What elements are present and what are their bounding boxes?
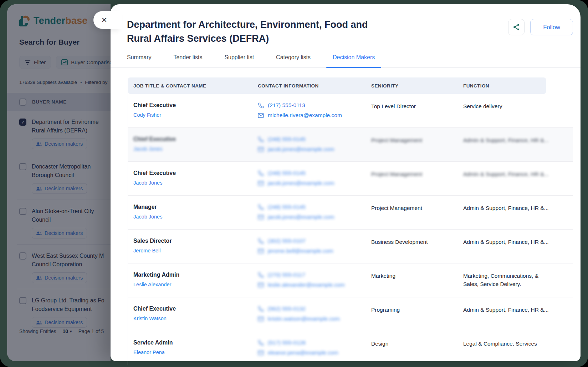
results-summary: 176339 Suppliers available • Filtered by (19, 80, 111, 85)
table-row: Service Admin Eleanor Pena (517) 555-012… (128, 331, 573, 365)
page-info: Page 1 of 5 (78, 328, 104, 334)
contact-name-link[interactable]: Jacob Jones (133, 214, 162, 220)
buyer-row-sussex[interactable]: West East Sussex County M Council Corpor… (17, 244, 111, 289)
buyer-title: Department for Architecture, Environment… (127, 18, 384, 46)
seniority-value: Project Management (371, 137, 422, 143)
close-drawer-button[interactable]: ✕ (93, 11, 122, 29)
tab-tender-lists[interactable]: Tender lists (173, 54, 202, 67)
function-value: Marketing, Communications, & Sales, Serv… (463, 272, 554, 288)
share-button[interactable] (508, 19, 525, 35)
buyer-checkbox[interactable] (19, 252, 26, 260)
function-value: Admin & Support, Finance, HR &... (463, 170, 554, 178)
contact-name-link[interactable]: Jerome Bell (133, 248, 161, 253)
seniority-value: Programing (371, 307, 400, 313)
email-icon (258, 181, 264, 186)
follow-button[interactable]: Follow (530, 19, 573, 35)
contact-name-link[interactable]: Jacob Jones (133, 146, 162, 152)
email-link: jerome.bell@example.com (268, 248, 333, 254)
tenderbase-logo-icon (19, 15, 31, 26)
job-title: Chief Executive (133, 306, 258, 312)
contact-name-link[interactable]: Cody Fisher (133, 112, 161, 118)
chart-icon (61, 59, 68, 65)
phone-link: (562) 555-0132 (268, 306, 306, 312)
email-icon (258, 350, 264, 356)
buyer-search-sidebar: Tenderbase Search for Buyer Filter (7, 4, 111, 361)
select-all-checkbox[interactable] (19, 99, 26, 106)
buyer-name: Alan Stoke-on-Trent City (32, 207, 94, 216)
contact-name-link[interactable]: Kristin Watson (133, 316, 167, 321)
people-icon (36, 276, 42, 280)
table-row-blurred: Chief Executive Jacob Jones (248) 555-01… (128, 127, 573, 161)
list-pagination: Showing Entities 10 ▾ Page 1 of 5 (19, 328, 104, 334)
buyer-checkbox[interactable] (19, 297, 26, 304)
seniority-value: Marketing (371, 273, 395, 279)
buyer-name: Rural Affairs (DEFRA) (32, 126, 99, 135)
function-value: Admin & Support, Finance, HR &... (463, 238, 554, 246)
decision-makers-badge[interactable]: Decision makers (32, 183, 87, 194)
decision-makers-badge[interactable]: Decision makers (32, 139, 87, 149)
buyer-name: Council Corporation (32, 260, 104, 269)
close-icon: ✕ (101, 16, 107, 24)
phone-icon (258, 102, 264, 109)
contact-name-link[interactable]: Eleanor Pena (133, 350, 165, 355)
function-value: Legal & Compliance, Services (463, 340, 554, 348)
column-header-job-title: JOB TITLE & CONTACT NAME (128, 83, 258, 89)
page-size-dropdown[interactable]: 10 ▾ (63, 328, 72, 334)
tab-category-lists[interactable]: Category lists (276, 54, 311, 67)
contact-name-link[interactable]: Leslie Alexander (133, 282, 171, 287)
table-row: Sales Director Jerome Bell (302) 555-010… (128, 229, 573, 263)
contact-name-link[interactable]: Jacob Jones (133, 180, 162, 186)
buyer-name-column-header: BUYER NAME (32, 99, 67, 105)
buyer-checkbox[interactable] (19, 208, 26, 215)
email-icon (258, 282, 264, 288)
job-title: Marketing Admin (133, 272, 258, 278)
people-icon (36, 231, 42, 236)
decision-makers-label: Decision makers (45, 141, 83, 147)
buyer-name: Foodservice Equipment (32, 305, 104, 313)
table-row: Chief Executive Jacob Jones (248) 555-01… (128, 161, 573, 195)
decision-makers-badge[interactable]: Decision makers (32, 228, 87, 238)
buyer-row-lg-group[interactable]: LG Group Ltd. Trading as Fo Foodservice … (17, 289, 111, 333)
showing-entities-label: Showing Entities (19, 328, 56, 334)
email-icon (258, 215, 264, 220)
email-link: jacob.jones@example.com (268, 180, 334, 186)
share-icon (512, 23, 520, 31)
filter-button-label: Filter (34, 59, 46, 65)
buyer-row-stoke[interactable]: Alan Stoke-on-Trent City Council Decisio… (17, 200, 111, 244)
email-link[interactable]: michelle.rivera@example.com (268, 112, 342, 119)
separator-dot: • (80, 80, 82, 85)
function-value: Admin & Support, Finance, HR &... (463, 204, 554, 212)
decision-makers-label: Decision makers (45, 230, 83, 236)
buyer-comparison-button[interactable]: Buyer Comparison (56, 56, 111, 69)
email-link: jacob.jones@example.com (268, 214, 334, 220)
email-icon (258, 316, 264, 322)
buyer-row-defra[interactable]: Department for Environme Rural Affairs (… (17, 111, 111, 155)
decision-makers-label: Decision makers (45, 186, 83, 191)
phone-link: (248) 555-0145 (268, 204, 306, 210)
tab-supplier-list[interactable]: Supplier list (224, 54, 254, 67)
column-header-contact: CONTACT INFORMATION (258, 83, 371, 89)
buyer-row-doncaster[interactable]: Doncaster Metropolitan Borough Council D… (17, 155, 111, 200)
buyer-name: West East Sussex County M (32, 252, 104, 260)
table-row: Marketing Admin Leslie Alexander (270) 5… (128, 263, 573, 297)
buyer-checkbox-checked[interactable] (19, 119, 26, 126)
phone-icon (258, 204, 264, 210)
decision-makers-badge[interactable]: Decision makers (32, 272, 87, 283)
filter-button[interactable]: Filter (19, 56, 51, 69)
phone-icon (258, 136, 264, 142)
phone-icon (258, 272, 264, 278)
function-value: Service delivery (463, 102, 554, 110)
table-row: Chief Executive Kristin Watson (562) 555… (128, 297, 573, 331)
email-icon (258, 248, 264, 254)
seniority-value: Business Development (371, 239, 428, 245)
tab-decision-makers[interactable]: Decision Makers (333, 54, 375, 67)
phone-link[interactable]: (217) 555-0113 (268, 102, 305, 109)
tab-summary[interactable]: Summary (127, 54, 151, 67)
decision-makers-label: Decision makers (45, 320, 83, 325)
decision-makers-badge[interactable]: Decision makers (32, 317, 87, 328)
decision-makers-label: Decision makers (45, 275, 83, 281)
column-header-function: FUNCTION (463, 83, 546, 89)
job-title: Chief Executive (133, 170, 258, 176)
table-header-row: JOB TITLE & CONTACT NAME CONTACT INFORMA… (128, 77, 546, 94)
buyer-checkbox[interactable] (19, 163, 26, 170)
